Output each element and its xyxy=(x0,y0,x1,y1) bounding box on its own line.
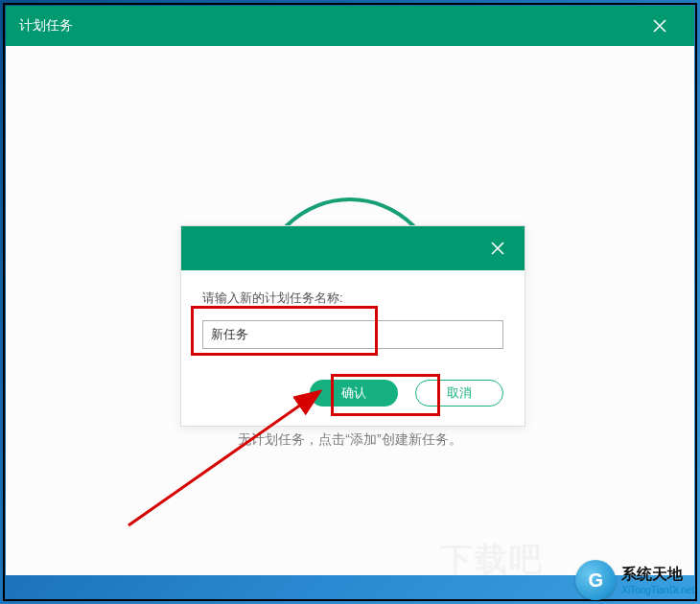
main-title: 计划任务 xyxy=(19,17,73,35)
close-icon xyxy=(490,241,505,256)
watermark-text: 系统天地 XiTongTianDi.net xyxy=(621,565,694,595)
dialog-titlebar xyxy=(181,226,525,270)
main-window: 计划任务 无计划任务，点击“添加”创建新任务。 请输入新的计划任务名称: xyxy=(6,6,694,575)
watermark-logo-icon: G xyxy=(575,560,616,600)
site-watermark: G 系统天地 XiTongTianDi.net xyxy=(575,560,694,600)
confirm-button[interactable]: 确认 xyxy=(310,380,398,407)
dialog-body: 请输入新的计划任务名称: xyxy=(181,270,525,366)
dialog-close-button[interactable] xyxy=(478,226,517,270)
task-name-input[interactable] xyxy=(202,320,503,349)
watermark-url: XiTongTianDi.net xyxy=(621,585,694,595)
main-content: 无计划任务，点击“添加”创建新任务。 请输入新的计划任务名称: 确认 取消 xyxy=(6,46,694,575)
cancel-button[interactable]: 取消 xyxy=(415,380,503,407)
close-icon xyxy=(652,18,667,34)
dialog-prompt-label: 请输入新的计划任务名称: xyxy=(202,290,503,307)
empty-state-text: 无计划任务，点击“添加”创建新任务。 xyxy=(6,431,694,449)
faint-watermark-text: 下载吧 xyxy=(440,538,544,582)
dialog-footer: 确认 取消 xyxy=(181,366,525,426)
new-task-dialog: 请输入新的计划任务名称: 确认 取消 xyxy=(180,225,525,427)
main-close-button[interactable] xyxy=(639,6,681,46)
main-titlebar: 计划任务 xyxy=(6,6,694,46)
watermark-title: 系统天地 xyxy=(621,565,694,585)
